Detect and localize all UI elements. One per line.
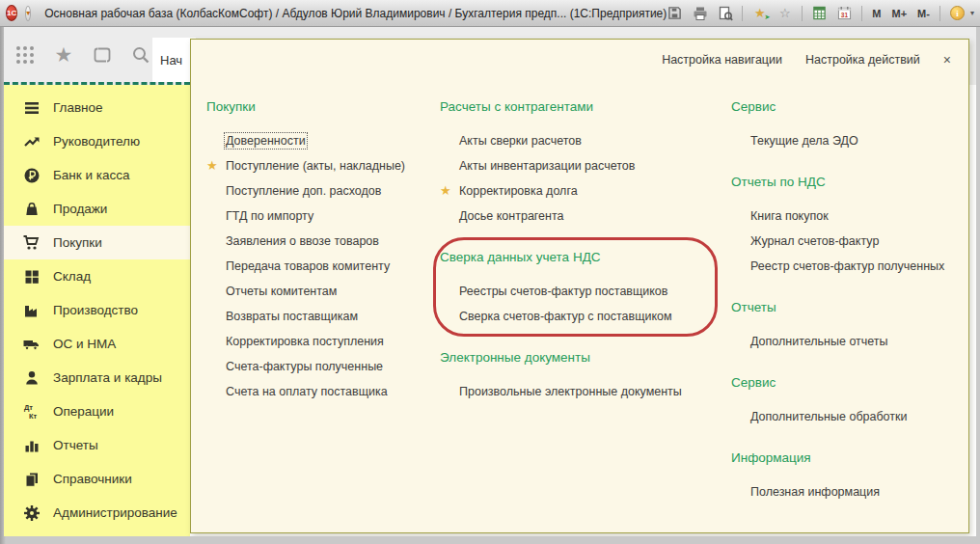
debit-credit-icon: ДтКт	[22, 402, 41, 421]
separator	[939, 6, 940, 21]
warehouse-grid-icon	[22, 267, 41, 286]
sidebar-item-os-i-nma[interactable]: ОС и НМА	[4, 327, 190, 361]
menu-item-kniga-pokupok[interactable]: Книга покупок	[731, 204, 963, 229]
menu-item-korrektirovka-postupleniya[interactable]: Корректировка поступления	[206, 329, 436, 354]
favorites-star-icon[interactable]: ☆	[776, 5, 793, 21]
menu-item-zayavleniya-o-vvoze[interactable]: Заявления о ввозе товаров	[206, 229, 436, 254]
section-title: Электронные документы	[440, 350, 725, 367]
memory-subtract-button[interactable]: M-	[916, 8, 931, 19]
sidebar-item-pokupki[interactable]: Покупки	[4, 226, 190, 259]
menu-item-scheta-na-oplatu[interactable]: Счета на оплату поставщика	[206, 379, 436, 404]
print-icon[interactable]	[692, 5, 708, 21]
info-button[interactable]: i	[949, 5, 966, 21]
window-title: Основная рабочая база (КолбасКомСофт) / …	[44, 7, 667, 20]
menu-item-postuplenie-dop-rashodov[interactable]: Поступление доп. расходов	[206, 178, 436, 204]
sidebar-item-proizvodstvo[interactable]: Производство	[4, 293, 190, 327]
svg-text:Кт: Кт	[29, 412, 38, 421]
section-raschety-s-kontragentami: Расчеты с контрагентами Акты сверки расч…	[440, 99, 725, 229]
calendar-icon[interactable]: 31	[836, 5, 853, 21]
menu-item-proizvolnye-elektronnye-dokumenty[interactable]: Произвольные электронные документы	[440, 379, 725, 404]
menu-item-akty-sverki[interactable]: Акты сверки расчетов	[440, 128, 725, 153]
sidebar-item-bank-i-kassa[interactable]: Банк и касса	[4, 158, 190, 192]
main-menu-button[interactable]: ▾	[25, 6, 31, 21]
section-title: Расчеты с контрагентами	[440, 99, 725, 117]
tab-label: Нач	[160, 53, 182, 68]
section-servis-1: Сервис Текущие дела ЭДО	[731, 99, 963, 153]
menu-item-dosye-kontragenta[interactable]: Досье контрагента	[440, 204, 725, 229]
sidebar-item-glavnoe[interactable]: Главное	[4, 91, 190, 124]
truck-icon	[22, 335, 41, 353]
menu-item-peredacha-tovarov[interactable]: Передача товаров комитенту	[206, 254, 436, 279]
section-sverka-dannyh-ucheta-nds: Сверка данных учета НДС Реестры счетов-ф…	[440, 250, 725, 329]
favorite-star-icon: ★	[206, 153, 218, 178]
section-elektronnye-dokumenty: Электронные документы Произвольные элект…	[440, 350, 725, 404]
menu-item-dopolnitelnye-obrabotki[interactable]: Дополнительные обработки	[731, 404, 963, 429]
menu-item-reestry-schetov-faktur[interactable]: Реестры счетов-фактур поставщиков	[440, 279, 725, 304]
section-title: Отчеты по НДС	[731, 175, 963, 192]
section-servis-2: Сервис Дополнительные обработки	[731, 375, 963, 429]
nav-settings-link[interactable]: Настройка навигации	[662, 53, 782, 67]
svg-text:31: 31	[841, 12, 849, 18]
section-title: Сверка данных учета НДС	[440, 250, 725, 267]
factory-icon	[22, 301, 41, 319]
menu-item-otchety-komitentam[interactable]: Отчеты комитентам	[206, 279, 436, 304]
section-informatsiya: Информация Полезная информация	[731, 450, 963, 504]
panel-column-3: Сервис Текущие дела ЭДО Отчеты по НДС Кн…	[731, 99, 963, 504]
bar-chart-icon	[22, 436, 41, 454]
sidebar: Главное Руководителю Банк и касса Продаж…	[4, 85, 190, 536]
menu-item-dopolnitelnye-otchety[interactable]: Дополнительные отчеты	[731, 329, 963, 354]
menu-item-zhurnal-schetov-faktur[interactable]: Журнал счетов-фактур	[731, 229, 963, 254]
menu-item-tekushchie-dela-edo[interactable]: Текущие дела ЭДО	[731, 128, 963, 153]
info-dropdown-icon[interactable]: ▾	[970, 9, 974, 17]
print-preview-icon[interactable]	[717, 5, 733, 21]
sidebar-item-prodazhi[interactable]: Продажи	[4, 192, 190, 226]
app-logo-1c-icon: 1С	[6, 5, 17, 21]
menu-item-doverennosti[interactable]: Доверенности	[206, 128, 436, 153]
memory-recall-button[interactable]: M	[871, 8, 882, 19]
sidebar-item-otchety[interactable]: Отчеты	[4, 428, 190, 462]
sidebar-item-spravochniki[interactable]: Справочники	[4, 462, 190, 496]
sidebar-item-rukovoditelyu[interactable]: Руководителю	[4, 124, 190, 158]
menu-item-poleznaya-informatsiya[interactable]: Полезная информация	[731, 479, 963, 504]
save-icon[interactable]	[667, 5, 683, 21]
section-pokupki: Покупки Доверенности ★Поступление (акты,…	[206, 99, 436, 404]
menu-item-korrektirovka-dolga[interactable]: ★Корректировка долга	[440, 178, 725, 204]
purchases-navigation-panel: Настройка навигации Настройка действий ×…	[190, 39, 969, 533]
calculator-icon[interactable]	[811, 5, 828, 21]
separator	[742, 6, 743, 21]
app-area: ★ Нач Главное Руководителю	[4, 27, 976, 536]
menu-item-scheta-faktury-poluchennye[interactable]: Счета-фактуры полученные	[206, 354, 436, 379]
sections-grid-icon[interactable]	[14, 43, 37, 67]
panel-column-2: Расчеты с контрагентами Акты сверки расч…	[440, 99, 725, 404]
section-title: Сервис	[731, 99, 963, 117]
section-otchety-po-nds: Отчеты по НДС Книга покупок Журнал счето…	[731, 175, 963, 279]
section-otchety: Отчеты Дополнительные отчеты	[731, 300, 963, 354]
menu-item-postuplenie-akty[interactable]: ★Поступление (акты, накладные)	[206, 153, 436, 178]
search-icon[interactable]	[129, 43, 152, 67]
title-bar: 1С ▾ Основная рабочая база (КолбасКомСоф…	[0, 0, 980, 27]
panel-close-icon[interactable]: ×	[943, 53, 951, 67]
menu-item-gtd-po-importu[interactable]: ГТД по импорту	[206, 204, 436, 229]
action-settings-link[interactable]: Настройка действий	[805, 53, 920, 67]
sidebar-item-operatsii[interactable]: ДтКт Операции	[4, 394, 190, 428]
panel-column-1: Покупки Доверенности ★Поступление (акты,…	[206, 99, 436, 404]
sidebar-item-sklad[interactable]: Склад	[4, 259, 190, 293]
sidebar-item-administrirovanie[interactable]: Администрирование	[4, 496, 190, 530]
add-favorite-star-icon[interactable]: ★ ➤	[751, 5, 768, 21]
favorites-icon[interactable]: ★	[52, 43, 75, 67]
memory-add-button[interactable]: M+	[890, 8, 908, 19]
menu-item-vozvraty-postavshchikam[interactable]: Возвраты поставщикам	[206, 304, 436, 329]
shopping-bag-icon	[22, 200, 41, 218]
section-title: Отчеты	[731, 300, 963, 317]
shopping-cart-icon	[22, 233, 41, 252]
menu-item-sverka-schetov-faktur[interactable]: Сверка счетов-фактур с поставщиком	[440, 304, 725, 329]
menu-item-reestr-schetov-faktur-poluchennyh[interactable]: Реестр счетов-фактур полученных	[731, 254, 963, 279]
favorite-star-icon: ★	[440, 178, 451, 204]
menu-lines-icon	[22, 98, 41, 117]
books-icon	[22, 470, 41, 488]
history-scroll-icon[interactable]	[91, 43, 114, 67]
separator	[861, 6, 862, 21]
separator	[802, 6, 803, 21]
menu-item-akty-inventarizatsii[interactable]: Акты инвентаризации расчетов	[440, 153, 725, 178]
sidebar-item-zarplata-i-kadry[interactable]: Зарплата и кадры	[4, 361, 190, 394]
